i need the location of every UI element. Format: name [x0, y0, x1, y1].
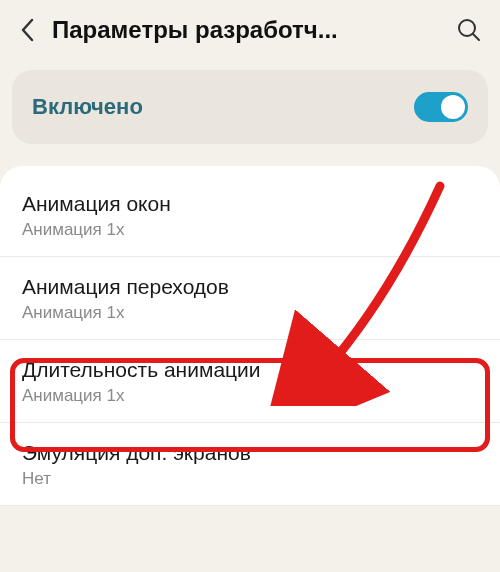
item-title: Длительность анимации — [22, 358, 478, 382]
header: Параметры разработч... — [0, 0, 500, 60]
item-title: Анимация окон — [22, 192, 478, 216]
list-item-animation-duration[interactable]: Длительность анимации Анимация 1x — [0, 340, 500, 423]
item-sub: Анимация 1x — [22, 303, 478, 323]
list-item-window-animation[interactable]: Анимация окон Анимация 1x — [0, 174, 500, 257]
back-icon[interactable] — [18, 16, 38, 44]
item-sub: Анимация 1x — [22, 220, 478, 240]
master-toggle-row[interactable]: Включено — [12, 70, 488, 144]
list-item-simulate-secondary-displays[interactable]: Эмуляция доп. экранов Нет — [0, 423, 500, 506]
item-title: Эмуляция доп. экранов — [22, 441, 478, 465]
list-item-transition-animation[interactable]: Анимация переходов Анимация 1x — [0, 257, 500, 340]
toggle-switch[interactable] — [414, 92, 468, 122]
item-sub: Анимация 1x — [22, 386, 478, 406]
svg-line-1 — [473, 34, 479, 40]
page-title: Параметры разработч... — [52, 16, 442, 44]
settings-list: Анимация окон Анимация 1x Анимация перех… — [0, 166, 500, 506]
item-title: Анимация переходов — [22, 275, 478, 299]
toggle-knob — [441, 95, 465, 119]
item-sub: Нет — [22, 469, 478, 489]
master-toggle-label: Включено — [32, 94, 143, 120]
search-icon[interactable] — [456, 17, 482, 43]
